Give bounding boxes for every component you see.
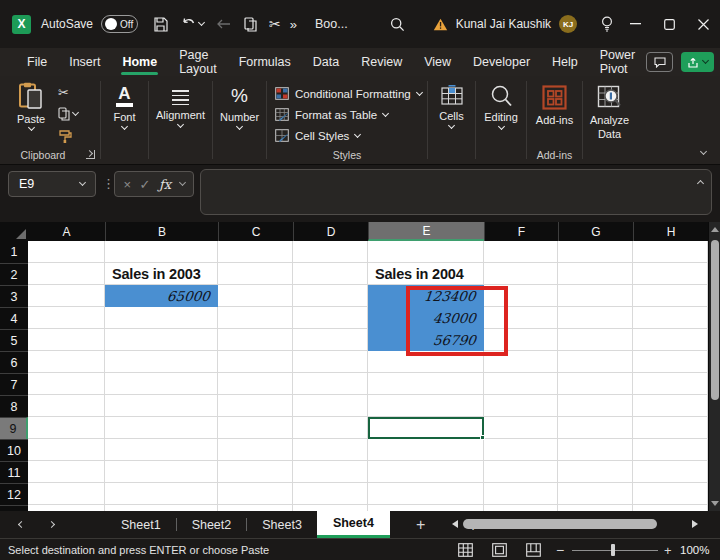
autosave-toggle[interactable]: Off: [101, 15, 138, 33]
sheet-tab-sheet2[interactable]: Sheet2: [177, 511, 247, 538]
zoom-level[interactable]: 100%: [680, 539, 709, 560]
row-header-9[interactable]: 9: [0, 417, 28, 439]
tab-data[interactable]: Data: [302, 48, 350, 76]
tab-review[interactable]: Review: [350, 48, 413, 76]
collapse-ribbon-icon[interactable]: [700, 148, 707, 155]
row-header-7[interactable]: 7: [0, 373, 28, 395]
addins-button[interactable]: Add-ins Add-ins: [527, 76, 582, 164]
document-title[interactable]: Boo...: [315, 17, 348, 31]
row-header-10[interactable]: 10: [0, 439, 28, 461]
tab-formulas[interactable]: Formulas: [228, 48, 302, 76]
clipboard-dialog-launcher[interactable]: [86, 150, 95, 159]
insert-function-icon[interactable]: ƒx: [159, 177, 171, 192]
horizontal-scrollbar-thumb[interactable]: [463, 519, 657, 529]
annotation-highlight-box: [406, 286, 508, 356]
sheet-tab-sheet3[interactable]: Sheet3: [247, 511, 317, 538]
share-button[interactable]: [681, 52, 714, 72]
hscroll-right-icon[interactable]: [692, 520, 698, 528]
sheet-tab-sheet4[interactable]: Sheet4: [317, 511, 390, 538]
avatar[interactable]: KJ: [559, 15, 577, 33]
select-all-button[interactable]: [0, 222, 28, 241]
copy-ribbon-button[interactable]: [58, 106, 78, 122]
tab-insert[interactable]: Insert: [58, 48, 111, 76]
zoom-in-button[interactable]: +: [664, 539, 672, 560]
ideas-button[interactable]: [601, 16, 613, 32]
undo-dropdown-icon[interactable]: [198, 19, 205, 26]
row-header-5[interactable]: 5: [0, 329, 28, 351]
cell-b2[interactable]: Sales in 2003: [105, 263, 218, 285]
conditional-formatting-button[interactable]: Conditional Formatting: [275, 83, 427, 104]
format-as-table-button[interactable]: Format as Table: [275, 104, 427, 125]
vertical-scrollbar-thumb[interactable]: [711, 240, 719, 400]
confirm-entry-icon[interactable]: ✓: [140, 177, 151, 192]
tab-file[interactable]: File: [16, 48, 58, 76]
next-sheet-button[interactable]: [36, 511, 66, 538]
row-header-2[interactable]: 2: [0, 263, 28, 285]
minimize-button[interactable]: [618, 0, 652, 48]
alert-indicator[interactable]: [433, 18, 448, 31]
undo-button[interactable]: [181, 18, 204, 31]
row-header-1[interactable]: 1: [0, 241, 28, 263]
maximize-button[interactable]: [652, 0, 686, 48]
column-header-b[interactable]: B: [105, 222, 218, 241]
zoom-slider-track[interactable]: [572, 550, 658, 552]
column-header-e[interactable]: E: [368, 222, 484, 241]
tab-home[interactable]: Home: [111, 48, 168, 76]
new-sheet-button[interactable]: +: [416, 511, 425, 538]
comments-button[interactable]: [646, 52, 673, 72]
page-break-view-icon[interactable]: [526, 543, 541, 557]
close-button[interactable]: [686, 0, 720, 48]
page-layout-view-icon[interactable]: [492, 543, 507, 557]
formula-bar-input[interactable]: [200, 169, 712, 215]
editing-group-button[interactable]: Editing: [476, 76, 526, 164]
row-header-11[interactable]: 11: [0, 461, 28, 483]
qat-more-button[interactable]: »: [290, 17, 297, 32]
column-header-f[interactable]: F: [484, 222, 558, 241]
row-header-6[interactable]: 6: [0, 351, 28, 373]
sheet-tab-sheet1[interactable]: Sheet1: [106, 511, 176, 538]
row-header-4[interactable]: 4: [0, 307, 28, 329]
save-button[interactable]: [153, 17, 168, 32]
analyze-data-button[interactable]: Analyze Data: [583, 76, 636, 164]
tab-view[interactable]: View: [413, 48, 462, 76]
column-header-a[interactable]: A: [28, 222, 105, 241]
font-group-button[interactable]: A Font: [101, 76, 148, 164]
prev-sheet-button[interactable]: [6, 511, 36, 538]
column-header-g[interactable]: G: [558, 222, 633, 241]
cell-b3[interactable]: 65000: [105, 285, 218, 307]
row-header-8[interactable]: 8: [0, 395, 28, 417]
format-painter-button[interactable]: [58, 128, 78, 144]
column-header-d[interactable]: D: [293, 222, 368, 241]
hscroll-left-icon[interactable]: [452, 520, 458, 528]
scroll-down-icon[interactable]: [711, 501, 719, 506]
alignment-group-button[interactable]: Alignment: [149, 76, 212, 164]
cell-styles-button[interactable]: Cell Styles: [275, 125, 427, 146]
user-name[interactable]: Kunal Jai Kaushik: [456, 17, 551, 31]
paste-button[interactable]: Paste: [10, 82, 52, 130]
cell-e2[interactable]: Sales in 2004: [368, 263, 484, 285]
number-group-button[interactable]: % Number: [213, 76, 266, 164]
row-header-3[interactable]: 3: [0, 285, 28, 307]
zoom-out-button[interactable]: −: [556, 539, 564, 560]
copy-button[interactable]: [244, 17, 258, 32]
tab-help[interactable]: Help: [541, 48, 589, 76]
cells-group-button[interactable]: Cells: [428, 76, 475, 164]
cancel-entry-icon[interactable]: ×: [123, 177, 131, 192]
selected-cell-e9[interactable]: [368, 417, 484, 439]
vertical-scrollbar[interactable]: [708, 222, 720, 511]
row-header-12[interactable]: 12: [0, 483, 28, 505]
cut-button[interactable]: ✂: [269, 17, 281, 31]
column-header-c[interactable]: C: [218, 222, 293, 241]
name-box[interactable]: E9: [8, 171, 96, 197]
fill-handle[interactable]: [480, 435, 485, 440]
tab-page-layout[interactable]: Page Layout: [168, 48, 228, 76]
fx-dropdown-icon[interactable]: [178, 179, 185, 186]
cut-ribbon-button[interactable]: ✂: [58, 84, 78, 100]
column-header-h[interactable]: H: [633, 222, 708, 241]
tab-developer[interactable]: Developer: [462, 48, 541, 76]
search-button[interactable]: [390, 17, 405, 32]
zoom-slider-handle[interactable]: [611, 544, 615, 556]
normal-view-icon[interactable]: [458, 543, 473, 557]
tab-power-pivot[interactable]: Power Pivot: [589, 48, 646, 76]
scroll-up-icon[interactable]: [711, 227, 719, 232]
